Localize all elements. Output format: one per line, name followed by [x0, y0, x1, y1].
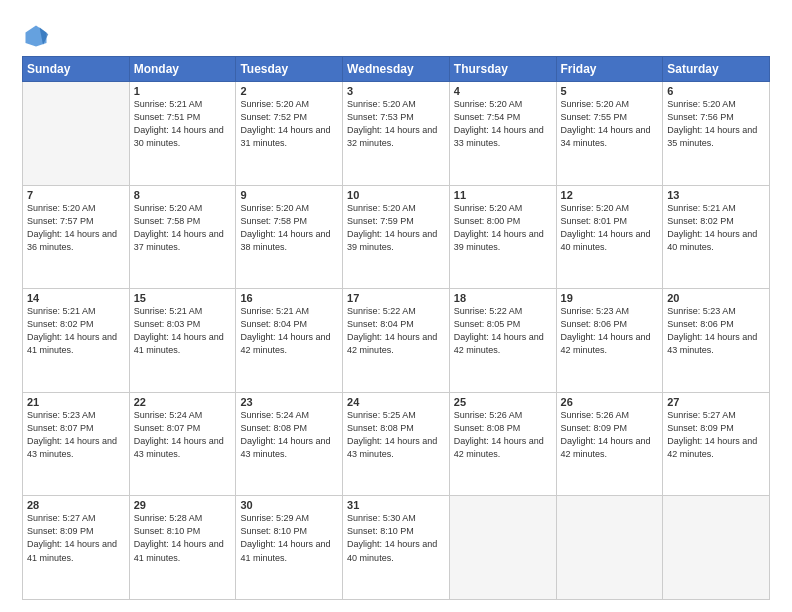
calendar-day-header: Friday [556, 57, 663, 82]
day-number: 2 [240, 85, 338, 97]
day-info: Sunrise: 5:25 AMSunset: 8:08 PMDaylight:… [347, 409, 445, 461]
day-number: 27 [667, 396, 765, 408]
day-number: 12 [561, 189, 659, 201]
day-info: Sunrise: 5:20 AMSunset: 8:01 PMDaylight:… [561, 202, 659, 254]
calendar-day-header: Thursday [449, 57, 556, 82]
day-info: Sunrise: 5:29 AMSunset: 8:10 PMDaylight:… [240, 512, 338, 564]
day-number: 9 [240, 189, 338, 201]
day-info: Sunrise: 5:24 AMSunset: 8:08 PMDaylight:… [240, 409, 338, 461]
calendar-cell: 13Sunrise: 5:21 AMSunset: 8:02 PMDayligh… [663, 185, 770, 289]
day-number: 21 [27, 396, 125, 408]
calendar-cell [556, 496, 663, 600]
day-info: Sunrise: 5:21 AMSunset: 8:02 PMDaylight:… [27, 305, 125, 357]
calendar-cell: 21Sunrise: 5:23 AMSunset: 8:07 PMDayligh… [23, 392, 130, 496]
day-number: 17 [347, 292, 445, 304]
day-info: Sunrise: 5:23 AMSunset: 8:07 PMDaylight:… [27, 409, 125, 461]
day-number: 19 [561, 292, 659, 304]
calendar-day-header: Wednesday [343, 57, 450, 82]
calendar-cell: 31Sunrise: 5:30 AMSunset: 8:10 PMDayligh… [343, 496, 450, 600]
day-info: Sunrise: 5:20 AMSunset: 7:56 PMDaylight:… [667, 98, 765, 150]
calendar-week-row: 14Sunrise: 5:21 AMSunset: 8:02 PMDayligh… [23, 289, 770, 393]
calendar-cell: 20Sunrise: 5:23 AMSunset: 8:06 PMDayligh… [663, 289, 770, 393]
day-number: 1 [134, 85, 232, 97]
calendar-cell: 12Sunrise: 5:20 AMSunset: 8:01 PMDayligh… [556, 185, 663, 289]
calendar-cell: 11Sunrise: 5:20 AMSunset: 8:00 PMDayligh… [449, 185, 556, 289]
calendar-table: SundayMondayTuesdayWednesdayThursdayFrid… [22, 56, 770, 600]
day-number: 13 [667, 189, 765, 201]
day-number: 6 [667, 85, 765, 97]
day-info: Sunrise: 5:26 AMSunset: 8:09 PMDaylight:… [561, 409, 659, 461]
calendar-cell [449, 496, 556, 600]
calendar-week-row: 21Sunrise: 5:23 AMSunset: 8:07 PMDayligh… [23, 392, 770, 496]
day-info: Sunrise: 5:30 AMSunset: 8:10 PMDaylight:… [347, 512, 445, 564]
day-number: 14 [27, 292, 125, 304]
header [22, 18, 770, 50]
logo-icon [22, 22, 50, 50]
calendar-cell: 9Sunrise: 5:20 AMSunset: 7:58 PMDaylight… [236, 185, 343, 289]
calendar-day-header: Monday [129, 57, 236, 82]
day-number: 5 [561, 85, 659, 97]
day-number: 15 [134, 292, 232, 304]
day-info: Sunrise: 5:28 AMSunset: 8:10 PMDaylight:… [134, 512, 232, 564]
calendar-cell: 19Sunrise: 5:23 AMSunset: 8:06 PMDayligh… [556, 289, 663, 393]
day-info: Sunrise: 5:21 AMSunset: 7:51 PMDaylight:… [134, 98, 232, 150]
calendar-cell: 10Sunrise: 5:20 AMSunset: 7:59 PMDayligh… [343, 185, 450, 289]
day-info: Sunrise: 5:27 AMSunset: 8:09 PMDaylight:… [27, 512, 125, 564]
day-info: Sunrise: 5:22 AMSunset: 8:05 PMDaylight:… [454, 305, 552, 357]
day-number: 10 [347, 189, 445, 201]
calendar-cell: 4Sunrise: 5:20 AMSunset: 7:54 PMDaylight… [449, 82, 556, 186]
day-number: 16 [240, 292, 338, 304]
calendar-cell: 3Sunrise: 5:20 AMSunset: 7:53 PMDaylight… [343, 82, 450, 186]
calendar-cell: 26Sunrise: 5:26 AMSunset: 8:09 PMDayligh… [556, 392, 663, 496]
calendar-cell: 15Sunrise: 5:21 AMSunset: 8:03 PMDayligh… [129, 289, 236, 393]
calendar-day-header: Saturday [663, 57, 770, 82]
calendar-cell: 17Sunrise: 5:22 AMSunset: 8:04 PMDayligh… [343, 289, 450, 393]
calendar-cell: 5Sunrise: 5:20 AMSunset: 7:55 PMDaylight… [556, 82, 663, 186]
calendar-cell: 28Sunrise: 5:27 AMSunset: 8:09 PMDayligh… [23, 496, 130, 600]
calendar-cell: 22Sunrise: 5:24 AMSunset: 8:07 PMDayligh… [129, 392, 236, 496]
day-info: Sunrise: 5:24 AMSunset: 8:07 PMDaylight:… [134, 409, 232, 461]
calendar-cell: 2Sunrise: 5:20 AMSunset: 7:52 PMDaylight… [236, 82, 343, 186]
day-info: Sunrise: 5:20 AMSunset: 7:57 PMDaylight:… [27, 202, 125, 254]
day-info: Sunrise: 5:20 AMSunset: 7:58 PMDaylight:… [134, 202, 232, 254]
day-info: Sunrise: 5:22 AMSunset: 8:04 PMDaylight:… [347, 305, 445, 357]
calendar-cell: 29Sunrise: 5:28 AMSunset: 8:10 PMDayligh… [129, 496, 236, 600]
day-info: Sunrise: 5:21 AMSunset: 8:03 PMDaylight:… [134, 305, 232, 357]
day-info: Sunrise: 5:27 AMSunset: 8:09 PMDaylight:… [667, 409, 765, 461]
calendar-cell: 25Sunrise: 5:26 AMSunset: 8:08 PMDayligh… [449, 392, 556, 496]
day-number: 22 [134, 396, 232, 408]
day-number: 8 [134, 189, 232, 201]
calendar-cell: 18Sunrise: 5:22 AMSunset: 8:05 PMDayligh… [449, 289, 556, 393]
day-info: Sunrise: 5:20 AMSunset: 7:55 PMDaylight:… [561, 98, 659, 150]
day-number: 31 [347, 499, 445, 511]
day-info: Sunrise: 5:20 AMSunset: 7:54 PMDaylight:… [454, 98, 552, 150]
calendar-cell: 24Sunrise: 5:25 AMSunset: 8:08 PMDayligh… [343, 392, 450, 496]
calendar-cell: 30Sunrise: 5:29 AMSunset: 8:10 PMDayligh… [236, 496, 343, 600]
day-info: Sunrise: 5:20 AMSunset: 7:58 PMDaylight:… [240, 202, 338, 254]
calendar-day-header: Sunday [23, 57, 130, 82]
day-number: 28 [27, 499, 125, 511]
calendar-cell [23, 82, 130, 186]
calendar-week-row: 1Sunrise: 5:21 AMSunset: 7:51 PMDaylight… [23, 82, 770, 186]
calendar-cell: 8Sunrise: 5:20 AMSunset: 7:58 PMDaylight… [129, 185, 236, 289]
calendar-cell: 7Sunrise: 5:20 AMSunset: 7:57 PMDaylight… [23, 185, 130, 289]
calendar-cell: 16Sunrise: 5:21 AMSunset: 8:04 PMDayligh… [236, 289, 343, 393]
day-number: 20 [667, 292, 765, 304]
calendar-cell: 23Sunrise: 5:24 AMSunset: 8:08 PMDayligh… [236, 392, 343, 496]
calendar-cell: 6Sunrise: 5:20 AMSunset: 7:56 PMDaylight… [663, 82, 770, 186]
page: SundayMondayTuesdayWednesdayThursdayFrid… [0, 0, 792, 612]
day-info: Sunrise: 5:23 AMSunset: 8:06 PMDaylight:… [667, 305, 765, 357]
day-info: Sunrise: 5:20 AMSunset: 7:59 PMDaylight:… [347, 202, 445, 254]
calendar-cell: 1Sunrise: 5:21 AMSunset: 7:51 PMDaylight… [129, 82, 236, 186]
calendar-cell: 14Sunrise: 5:21 AMSunset: 8:02 PMDayligh… [23, 289, 130, 393]
day-info: Sunrise: 5:20 AMSunset: 7:53 PMDaylight:… [347, 98, 445, 150]
day-info: Sunrise: 5:20 AMSunset: 8:00 PMDaylight:… [454, 202, 552, 254]
day-info: Sunrise: 5:23 AMSunset: 8:06 PMDaylight:… [561, 305, 659, 357]
day-number: 30 [240, 499, 338, 511]
calendar-week-row: 7Sunrise: 5:20 AMSunset: 7:57 PMDaylight… [23, 185, 770, 289]
calendar-cell: 27Sunrise: 5:27 AMSunset: 8:09 PMDayligh… [663, 392, 770, 496]
calendar-day-header: Tuesday [236, 57, 343, 82]
day-info: Sunrise: 5:21 AMSunset: 8:04 PMDaylight:… [240, 305, 338, 357]
day-number: 23 [240, 396, 338, 408]
day-number: 11 [454, 189, 552, 201]
